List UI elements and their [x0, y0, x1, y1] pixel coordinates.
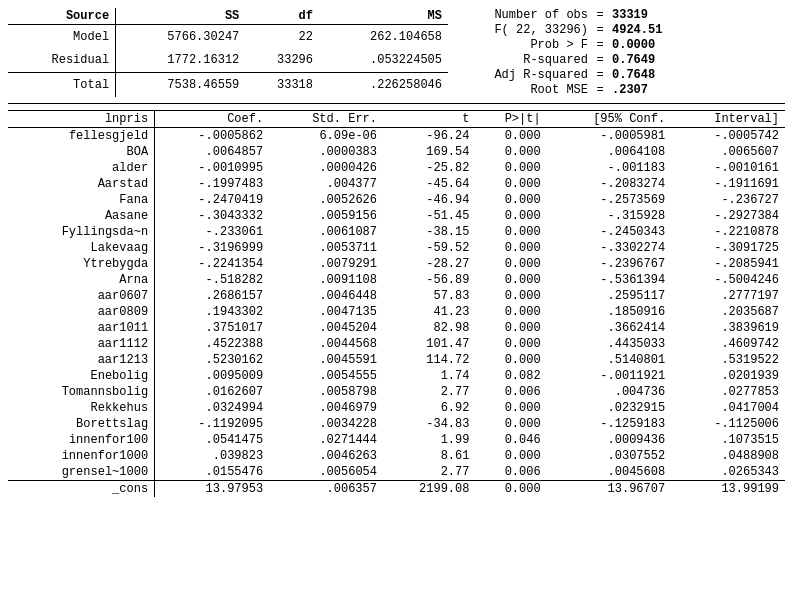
reg-ci-hi: -.0010161 [671, 160, 785, 176]
reg-ci-hi: .0201939 [671, 368, 785, 384]
reg-p: 0.000 [475, 176, 546, 192]
stats-eq: = [592, 38, 608, 52]
reg-coef: .0162607 [155, 384, 270, 400]
anova-header-df: df [245, 8, 319, 25]
table-row: Enebolig .0095009 .0054555 1.74 0.082 -.… [8, 368, 785, 384]
reg-var: Tomannsbolig [8, 384, 155, 400]
reg-ci-hi: -.1911691 [671, 176, 785, 192]
reg-ci-hi: -.1125006 [671, 416, 785, 432]
reg-ci-lo: -.2083274 [547, 176, 672, 192]
reg-p: 0.006 [475, 464, 546, 481]
reg-ci-lo: .0064108 [547, 144, 672, 160]
table-row: aar0809 .1943302 .0047135 41.23 0.000 .1… [8, 304, 785, 320]
reg-p: 0.000 [475, 272, 546, 288]
reg-ci-lo: .0045608 [547, 464, 672, 481]
stats-label: Prob > F [468, 38, 588, 52]
reg-ci-hi: .1073515 [671, 432, 785, 448]
stats-eq: = [592, 23, 608, 37]
reg-ci-lo: -.5361394 [547, 272, 672, 288]
stats-row: Adj R-squared = 0.7648 [468, 68, 785, 82]
reg-se: .0000383 [269, 144, 383, 160]
reg-t: 41.23 [383, 304, 476, 320]
reg-p: 0.000 [475, 400, 546, 416]
reg-se: .0271444 [269, 432, 383, 448]
reg-var: Ytrebygda [8, 256, 155, 272]
reg-ci-hi: -.236727 [671, 192, 785, 208]
reg-t: 2199.08 [383, 481, 476, 498]
reg-p: 0.000 [475, 240, 546, 256]
reg-var: aar1213 [8, 352, 155, 368]
reg-ci-lo: .5140801 [547, 352, 672, 368]
anova-ss: 1772.16312 [116, 49, 246, 73]
reg-coef: -.3043332 [155, 208, 270, 224]
table-row: innenfor100 .0541475 .0271444 1.99 0.046… [8, 432, 785, 448]
reg-var: aar1112 [8, 336, 155, 352]
reg-var: Fyllingsda~n [8, 224, 155, 240]
anova-ms: .053224505 [319, 49, 448, 73]
reg-var: _cons [8, 481, 155, 498]
table-row: aar0607 .2686157 .0046448 57.83 0.000 .2… [8, 288, 785, 304]
reg-p: 0.000 [475, 416, 546, 432]
reg-se: .0061087 [269, 224, 383, 240]
reg-var: Rekkehus [8, 400, 155, 416]
reg-p: 0.046 [475, 432, 546, 448]
reg-coef: -.1192095 [155, 416, 270, 432]
reg-se: .0058798 [269, 384, 383, 400]
reg-var: Arna [8, 272, 155, 288]
reg-ci-hi: .0277853 [671, 384, 785, 400]
reg-t: 169.54 [383, 144, 476, 160]
reg-header: Coef. [155, 111, 270, 128]
reg-coef: .0324994 [155, 400, 270, 416]
stats-label: Adj R-squared [468, 68, 588, 82]
anova-source: Total [8, 73, 116, 97]
reg-t: 114.72 [383, 352, 476, 368]
reg-se: .0046979 [269, 400, 383, 416]
reg-var: aar1011 [8, 320, 155, 336]
reg-t: 1.74 [383, 368, 476, 384]
table-row: alder -.0010995 .0000426 -25.82 0.000 -.… [8, 160, 785, 176]
reg-ci-hi: .2035687 [671, 304, 785, 320]
anova-df: 33318 [245, 73, 319, 97]
reg-ci-hi: -.5004246 [671, 272, 785, 288]
table-row: _cons 13.97953 .006357 2199.08 0.000 13.… [8, 481, 785, 498]
stats-val: 33319 [612, 8, 672, 22]
reg-t: 101.47 [383, 336, 476, 352]
reg-ci-lo: .0232915 [547, 400, 672, 416]
reg-coef: .0155476 [155, 464, 270, 481]
stats-val: 0.7649 [612, 53, 672, 67]
reg-coef: .0095009 [155, 368, 270, 384]
reg-coef: .039823 [155, 448, 270, 464]
reg-ci-lo: .1850916 [547, 304, 672, 320]
reg-var: BOA [8, 144, 155, 160]
reg-se: .004377 [269, 176, 383, 192]
reg-se: .0044568 [269, 336, 383, 352]
table-row: Fyllingsda~n -.233061 .0061087 -38.15 0.… [8, 224, 785, 240]
reg-p: 0.082 [475, 368, 546, 384]
reg-se: .0046263 [269, 448, 383, 464]
stats-section: Number of obs = 33319 F( 22, 33296) = 49… [448, 8, 785, 97]
reg-ci-hi: .2777197 [671, 288, 785, 304]
reg-se: .0034228 [269, 416, 383, 432]
table-row: Arna -.518282 .0091108 -56.89 0.000 -.53… [8, 272, 785, 288]
reg-se: .0053711 [269, 240, 383, 256]
reg-coef: .4522388 [155, 336, 270, 352]
reg-t: -28.27 [383, 256, 476, 272]
reg-ci-lo: -.001183 [547, 160, 672, 176]
stats-row: Prob > F = 0.0000 [468, 38, 785, 52]
reg-ci-hi: -.3091725 [671, 240, 785, 256]
reg-ci-lo: -.3302274 [547, 240, 672, 256]
reg-coef: -.0010995 [155, 160, 270, 176]
stats-eq: = [592, 8, 608, 22]
reg-coef: -.0005862 [155, 128, 270, 145]
reg-t: -46.94 [383, 192, 476, 208]
reg-coef: -.2470419 [155, 192, 270, 208]
reg-coef: -.3196999 [155, 240, 270, 256]
table-row: aar1011 .3751017 .0045204 82.98 0.000 .3… [8, 320, 785, 336]
table-row: Tomannsbolig .0162607 .0058798 2.77 0.00… [8, 384, 785, 400]
stats-row: Number of obs = 33319 [468, 8, 785, 22]
reg-var: innenfor1000 [8, 448, 155, 464]
reg-header: P>|t| [475, 111, 546, 128]
reg-se: .0079291 [269, 256, 383, 272]
reg-p: 0.000 [475, 288, 546, 304]
reg-ci-lo: -.0005981 [547, 128, 672, 145]
